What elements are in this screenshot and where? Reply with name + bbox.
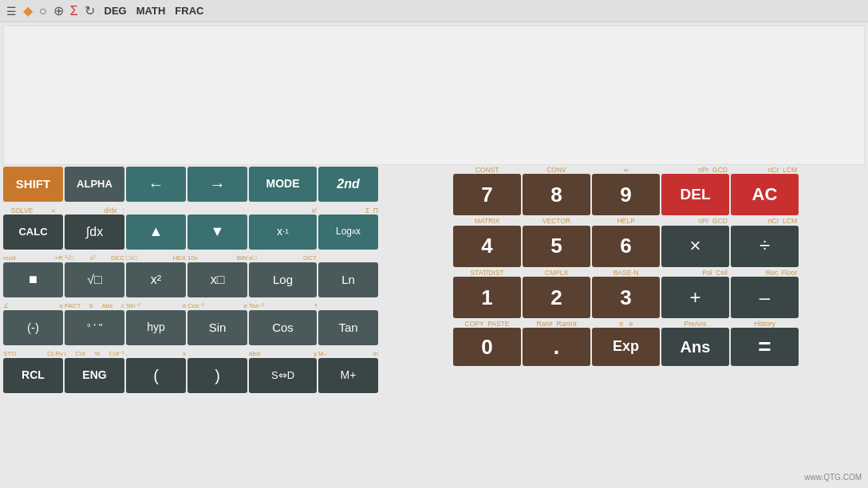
- btn-9[interactable]: 9: [592, 174, 660, 215]
- btn-8[interactable]: 8: [523, 174, 590, 215]
- abs-sub: Abs: [101, 303, 112, 310]
- 2nd-wrapper: 2nd: [318, 167, 378, 202]
- maximize-button[interactable]: ⊕: [53, 3, 64, 18]
- xsq-wrapper: □√□ HEX x²: [126, 255, 186, 297]
- divide-wrapper: nCr LCM ÷: [731, 218, 799, 266]
- multiply-button[interactable]: ×: [661, 226, 729, 267]
- xinv-button[interactable]: x-1: [249, 214, 317, 250]
- clrv-sub: CLRv: [47, 351, 63, 358]
- mplus-wrapper: M– m M+: [318, 351, 378, 393]
- exp-button[interactable]: Exp: [592, 328, 660, 366]
- sto-sub: STO: [3, 351, 16, 358]
- xsq-button[interactable]: x²: [126, 262, 186, 297]
- m-sub: m: [373, 351, 378, 358]
- left-arrow-button[interactable]: ←: [126, 167, 186, 202]
- shift-wrapper: SHIFT: [3, 167, 63, 202]
- alpha-button[interactable]: ALPHA: [65, 167, 124, 202]
- refresh-button[interactable]: ↻: [85, 3, 95, 18]
- square-button[interactable]: ■: [3, 262, 63, 297]
- plusr-sub: +R: [55, 255, 63, 262]
- ans-button[interactable]: Ans: [661, 328, 729, 366]
- aboc-sub: ab/c: [249, 351, 261, 358]
- ac-button[interactable]: AC: [731, 174, 799, 215]
- rcl-button[interactable]: RCL: [3, 358, 63, 393]
- down-button[interactable]: ▼: [187, 214, 247, 250]
- lparen-button[interactable]: (: [126, 358, 186, 393]
- menu-icon[interactable]: ☰: [6, 5, 17, 18]
- cos-wrapper: Tan⁻¹ f Cos: [249, 303, 317, 345]
- plus-button[interactable]: +: [661, 277, 729, 318]
- pct-sub: %: [94, 351, 100, 358]
- hex-sub: HEX: [173, 255, 186, 262]
- btn-0[interactable]: 0: [453, 328, 521, 366]
- dot-button[interactable]: .: [523, 328, 590, 366]
- dot-wrapper: Ran# RanInt .: [523, 321, 590, 366]
- frac-label[interactable]: FRAC: [175, 5, 203, 17]
- dms-button[interactable]: ° ' ": [65, 310, 124, 345]
- calc-button[interactable]: CALC: [3, 214, 63, 250]
- log-button[interactable]: Log: [249, 262, 317, 297]
- row-2: SOLVE = CALC d/dx : ∫dx ▲ ▼ x! x-1: [3, 204, 450, 250]
- left-arrow-wrapper: ←: [126, 167, 186, 202]
- calc-sub-eq: =: [51, 207, 55, 214]
- del-button[interactable]: DEL: [661, 174, 729, 215]
- cos-button[interactable]: Cos: [249, 310, 317, 345]
- btn-5[interactable]: 5: [523, 226, 590, 267]
- btn-2[interactable]: 2: [523, 277, 590, 318]
- hyp-button[interactable]: hyp: [126, 310, 186, 345]
- display-screen: [3, 26, 865, 165]
- minimize-button[interactable]: ○: [39, 4, 47, 18]
- right-arrow-button[interactable]: →: [187, 167, 247, 202]
- rparen-wrapper: ): [187, 348, 247, 393]
- right-row-4: COPY PASTE 0 Ran# RanInt . π e Exp PreAn…: [453, 321, 865, 366]
- sin-wrapper: Cos⁻¹ e Sin: [187, 303, 247, 345]
- divide-button[interactable]: ÷: [731, 226, 799, 267]
- ac-wrapper: nCr LCM AC: [731, 167, 799, 215]
- sqrt-button[interactable]: √□: [65, 262, 124, 297]
- 2nd-button[interactable]: 2nd: [318, 167, 378, 202]
- btn-4[interactable]: 4: [453, 226, 521, 267]
- d-sub: d: [183, 303, 186, 310]
- btn-1[interactable]: 1: [453, 277, 521, 318]
- 3-wrapper: BASE-N 3: [592, 270, 660, 318]
- sin-button[interactable]: Sin: [187, 310, 247, 345]
- minus-wrapper: Rec Floor –: [731, 270, 799, 318]
- watermark-label: www.QTG.COM: [804, 473, 862, 482]
- dec-sub: DEC: [111, 255, 124, 262]
- equals-button[interactable]: =: [731, 328, 799, 366]
- mplus-button[interactable]: M+: [318, 358, 378, 393]
- fact-sub: FACT: [65, 303, 81, 310]
- neg-button[interactable]: (-): [3, 310, 63, 345]
- cbrt-sub: ³√□: [65, 255, 74, 262]
- taninv-sub: Tan⁻¹: [249, 303, 265, 310]
- alpha-wrapper: ALPHA: [65, 167, 124, 202]
- btn-7[interactable]: 7: [453, 174, 521, 215]
- btn-3[interactable]: 3: [592, 277, 660, 318]
- 6-wrapper: HELP 6: [592, 218, 660, 266]
- mode-button[interactable]: MODE: [249, 167, 317, 202]
- integral-button[interactable]: ∫dx: [65, 214, 124, 250]
- ln-button[interactable]: Ln: [318, 262, 378, 297]
- dms-wrapper: FACT b Abs c ° ' ": [65, 303, 124, 345]
- deg-label[interactable]: DEG: [105, 5, 127, 17]
- logax-button[interactable]: Logax: [318, 214, 378, 250]
- rparen-button[interactable]: ): [187, 358, 247, 393]
- eng-button[interactable]: ENG: [65, 358, 124, 393]
- up-button[interactable]: ▲: [126, 214, 186, 250]
- mode-wrapper: MODE: [249, 167, 317, 202]
- mod-sub: mod: [3, 255, 16, 262]
- 4-wrapper: MATRIX 4: [453, 218, 521, 266]
- minus-button[interactable]: –: [731, 277, 799, 318]
- right-row-2: MATRIX 4 VECTOR 5 HELP 6 nPr GCD × nCr L…: [453, 218, 865, 266]
- shift-button[interactable]: SHIFT: [3, 167, 63, 202]
- ln-wrapper: Ln: [318, 252, 378, 297]
- btn-6[interactable]: 6: [592, 226, 660, 267]
- tan-button[interactable]: Tan: [318, 310, 378, 345]
- integral-wrapper: d/dx : ∫dx: [65, 207, 124, 250]
- sigma-button[interactable]: Σ: [70, 4, 78, 18]
- xpow-button[interactable]: x□: [187, 262, 247, 297]
- comma-sub: ,: [126, 351, 128, 358]
- sd-button[interactable]: S⇔D: [249, 358, 317, 393]
- 1-wrapper: STAT/DIST 1: [453, 270, 521, 318]
- math-label[interactable]: MATH: [136, 5, 166, 17]
